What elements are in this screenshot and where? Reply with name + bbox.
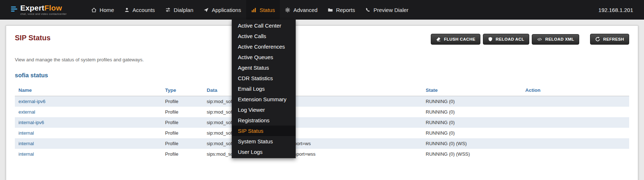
profile-link[interactable]: internal xyxy=(18,141,34,146)
menu-item-log-viewer[interactable]: Log Viewer xyxy=(232,105,295,115)
action-cell xyxy=(522,107,629,117)
name-cell: internal xyxy=(15,149,161,159)
logo-wordmark: ExpertFlow xyxy=(20,4,67,12)
type-cell: Profile xyxy=(161,138,203,149)
type-cell: Profile xyxy=(161,117,203,128)
menu-item-cdr-statistics[interactable]: CDR Statistics xyxy=(232,73,295,83)
nav-label: Preview Dialer xyxy=(374,7,409,13)
header-type: Type xyxy=(161,85,203,96)
profile-link[interactable]: internal xyxy=(18,151,34,157)
nav-item-accounts[interactable]: Accounts xyxy=(119,0,160,20)
menu-item-sip-status[interactable]: SIP Status xyxy=(232,126,295,136)
table-header-row: Name Type Data State Action xyxy=(15,85,629,96)
table-row: internal-ipv6 Profile sip:mod_sofia@[::]… xyxy=(15,117,629,128)
header-name: Name xyxy=(15,85,161,96)
card-header: SIP Status FLUSH CACHE RELOAD ACL RELOAD… xyxy=(15,34,629,45)
button-label: FLUSH CACHE xyxy=(444,37,475,41)
server-ip: 192.168.1.201 xyxy=(598,7,633,13)
menu-item-registrations[interactable]: Registrations xyxy=(232,115,295,126)
button-label: RELOAD XML xyxy=(545,37,574,41)
nav-label: Dialplan xyxy=(174,7,193,13)
action-cell xyxy=(522,96,629,107)
type-cell: Profile xyxy=(161,149,203,159)
nav-label: Applications xyxy=(212,7,241,13)
menu-item-active-conferences[interactable]: Active Conferences xyxy=(232,41,295,52)
action-cell xyxy=(522,138,629,149)
menu-item-active-queues[interactable]: Active Queues xyxy=(232,52,295,62)
page-title: SIP Status xyxy=(15,34,51,42)
nav-label: Home xyxy=(100,7,114,13)
state-cell: RUNNING (0) xyxy=(422,96,522,107)
action-cell xyxy=(522,128,629,138)
nav-item-status[interactable]: Status xyxy=(246,0,280,20)
name-cell: external xyxy=(15,107,161,117)
sofia-status-table: Name Type Data State Action external-ipv… xyxy=(15,85,629,159)
type-cell: Profile xyxy=(161,96,203,107)
status-dropdown-menu: Active Call Center Active Calls Active C… xyxy=(232,20,296,158)
button-label: RELOAD ACL xyxy=(496,37,524,41)
home-icon xyxy=(91,7,97,13)
gear-icon xyxy=(285,7,290,13)
table-row: external-ipv6 Profile sip:mod_sofia@[::]… xyxy=(15,96,629,107)
content-card: SIP Status FLUSH CACHE RELOAD ACL RELOAD… xyxy=(6,25,638,180)
header-state: State xyxy=(422,85,522,96)
type-cell: Profile xyxy=(161,128,203,138)
nav-item-advanced[interactable]: Advanced xyxy=(280,0,323,20)
state-cell: RUNNING (0) xyxy=(422,107,522,117)
nav-item-applications[interactable]: Applications xyxy=(198,0,246,20)
nav-label: Advanced xyxy=(293,7,317,13)
top-navbar: ExpertFlow chat, voice and video contact… xyxy=(0,0,644,20)
menu-item-email-logs[interactable]: Email Logs xyxy=(232,83,295,94)
user-icon xyxy=(124,7,130,13)
menu-item-user-logs[interactable]: User Logs xyxy=(232,147,295,157)
name-cell: internal xyxy=(15,128,161,138)
logo-tagline: chat, voice and video contactcenter xyxy=(20,13,67,16)
refresh-button[interactable]: REFRESH xyxy=(590,34,629,45)
header-action: Action xyxy=(522,85,629,96)
eraser-icon xyxy=(436,37,441,42)
table-row: internal Profile sip:mod_sofia@192.168.1… xyxy=(15,138,629,149)
flush-cache-button[interactable]: FLUSH CACHE xyxy=(431,34,480,45)
logo-bars-icon xyxy=(10,5,18,15)
nav-item-home[interactable]: Home xyxy=(86,0,119,20)
nav-item-preview-dialer[interactable]: Preview Dialer xyxy=(360,0,414,20)
table-row: external Profile sip:mod_sofia@192.168.1… xyxy=(15,107,629,117)
profile-link[interactable]: external-ipv6 xyxy=(18,99,45,104)
nav-label: Accounts xyxy=(132,7,155,13)
menu-item-system-status[interactable]: System Status xyxy=(232,136,295,147)
profile-link[interactable]: internal-ipv6 xyxy=(18,120,44,125)
logo-text: ExpertFlow chat, voice and video contact… xyxy=(20,4,67,16)
shield-icon xyxy=(488,37,493,42)
nav-item-dialplan[interactable]: Dialplan xyxy=(160,0,198,20)
profile-link[interactable]: internal xyxy=(18,130,34,136)
action-cell xyxy=(522,117,629,128)
name-cell: internal xyxy=(15,138,161,149)
refresh-icon xyxy=(595,37,600,42)
type-cell: Profile xyxy=(161,107,203,117)
logo-expert: Expert xyxy=(20,4,45,12)
folder-icon xyxy=(328,7,333,13)
table-row: internal Profile sip:mod_sofia@192.168.1… xyxy=(15,128,629,138)
profile-link[interactable]: external xyxy=(18,109,35,115)
menu-item-agent-status[interactable]: Agent Status xyxy=(232,62,295,73)
action-cell xyxy=(522,149,629,159)
menu-item-extension-summary[interactable]: Extension Summary xyxy=(232,94,295,105)
phone-icon xyxy=(365,7,371,13)
paper-plane-icon xyxy=(203,7,209,13)
bar-chart-icon xyxy=(251,7,257,13)
nav-item-reports[interactable]: Reports xyxy=(323,0,360,20)
exchange-icon xyxy=(165,7,171,13)
expertflow-logo[interactable]: ExpertFlow chat, voice and video contact… xyxy=(10,4,67,16)
logo-flow: Flow xyxy=(45,4,62,12)
main-nav: Home Accounts Dialplan Applications Stat… xyxy=(86,0,413,20)
nav-label: Status xyxy=(260,7,275,13)
state-cell: RUNNING (0) (WS) xyxy=(422,138,522,149)
menu-item-active-calls[interactable]: Active Calls xyxy=(232,31,295,41)
name-cell: external-ipv6 xyxy=(15,96,161,107)
button-label: REFRESH xyxy=(603,37,624,41)
reload-xml-button[interactable]: RELOAD XML xyxy=(532,34,579,45)
page-description: View and manage the status of system pro… xyxy=(15,57,629,62)
menu-item-active-call-center[interactable]: Active Call Center xyxy=(232,20,295,31)
reload-acl-button[interactable]: RELOAD ACL xyxy=(483,34,529,45)
table-row: internal Profile sips:mod_sofia@192.168.… xyxy=(15,149,629,159)
